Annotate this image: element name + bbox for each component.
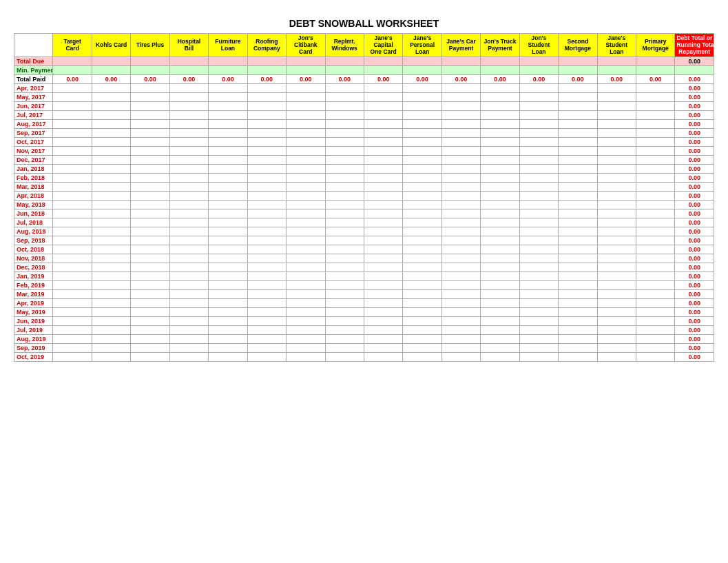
data-cell-r30-c7 xyxy=(287,352,325,361)
table-row: Aug, 20190.00 xyxy=(14,334,714,343)
data-cell-r30-c15 xyxy=(597,352,636,361)
data-cell-r14-c11 xyxy=(441,209,480,218)
date-cell-18: Oct, 2018 xyxy=(14,245,53,254)
data-cell-r11-c1 xyxy=(53,182,92,191)
data-cell-r7-c14 xyxy=(559,146,597,155)
table-row: Sep, 20190.00 xyxy=(14,343,714,352)
data-cell-r11-c9 xyxy=(364,182,402,191)
min-payment-cell-14 xyxy=(559,65,597,74)
total-due-cell-2 xyxy=(92,57,130,65)
data-cell-r8-c10 xyxy=(403,155,441,164)
data-cell-r8-c5 xyxy=(209,155,247,164)
data-cell-r8-c15 xyxy=(597,155,636,164)
data-cell-r28-c2 xyxy=(92,334,130,343)
total-due-cell-5 xyxy=(209,57,247,65)
data-cell-r13-c6 xyxy=(247,200,286,209)
data-cell-r24-c5 xyxy=(209,298,247,307)
data-cell-r23-c15 xyxy=(597,289,636,298)
total-paid-value-1: 0.00 xyxy=(53,74,92,83)
data-cell-r12-c4 xyxy=(169,191,208,200)
data-cell-r27-c16 xyxy=(636,325,675,334)
data-cell-r24-c11 xyxy=(441,298,480,307)
table-row: Jan, 20180.00 xyxy=(14,164,714,173)
data-cell-r29-c2 xyxy=(92,343,130,352)
data-cell-r25-c13 xyxy=(519,307,558,316)
data-cell-r3-c8 xyxy=(325,110,364,119)
data-cell-r3-c11 xyxy=(441,110,480,119)
data-cell-r21-c14 xyxy=(559,272,597,280)
data-cell-r22-c5 xyxy=(209,280,247,289)
data-cell-r19-c12 xyxy=(481,254,519,263)
running-total-5: 0.00 xyxy=(675,128,714,137)
data-cell-r4-c1 xyxy=(53,119,92,128)
data-cell-r10-c6 xyxy=(247,173,286,182)
total-due-cell-3 xyxy=(131,57,169,65)
data-cell-r11-c12 xyxy=(481,182,519,191)
data-cell-r0-c12 xyxy=(481,83,519,92)
data-cell-r3-c10 xyxy=(403,110,441,119)
data-cell-r13-c16 xyxy=(636,200,675,209)
table-row: Sep, 20180.00 xyxy=(14,236,714,245)
data-cell-r16-c14 xyxy=(559,227,597,236)
data-cell-r4-c7 xyxy=(287,119,325,128)
data-cell-r26-c16 xyxy=(636,316,675,325)
data-cell-r9-c7 xyxy=(287,164,325,173)
date-cell-11: Mar, 2018 xyxy=(14,182,53,191)
data-cell-r13-c1 xyxy=(53,200,92,209)
table-row: Apr, 20170.00 xyxy=(14,83,714,92)
data-cell-r19-c7 xyxy=(287,254,325,263)
data-cell-r18-c10 xyxy=(403,245,441,254)
data-cell-r8-c11 xyxy=(441,155,480,164)
data-cell-r2-c15 xyxy=(597,101,636,110)
date-cell-20: Dec, 2018 xyxy=(14,263,53,272)
data-cell-r1-c7 xyxy=(287,92,325,101)
data-cell-r22-c14 xyxy=(559,280,597,289)
data-cell-r17-c8 xyxy=(325,236,364,245)
data-cell-r30-c8 xyxy=(325,352,364,361)
table-row: Jul, 20170.00 xyxy=(14,110,714,119)
data-cell-r4-c13 xyxy=(519,119,558,128)
data-cell-r12-c14 xyxy=(559,191,597,200)
table-row: Jun, 20170.00 xyxy=(14,101,714,110)
data-cell-r30-c11 xyxy=(441,352,480,361)
data-cell-r2-c2 xyxy=(92,101,130,110)
column-header-kohls: Kohls Card xyxy=(92,34,130,57)
data-cell-r9-c10 xyxy=(403,164,441,173)
data-cell-r7-c1 xyxy=(53,146,92,155)
data-cell-r13-c12 xyxy=(481,200,519,209)
data-cell-r22-c15 xyxy=(597,280,636,289)
data-cell-r4-c5 xyxy=(209,119,247,128)
min-payment-cell-5 xyxy=(209,65,247,74)
table-row: Oct, 20170.00 xyxy=(14,137,714,146)
data-cell-r20-c12 xyxy=(481,263,519,272)
data-cell-r15-c1 xyxy=(53,218,92,227)
data-cell-r1-c12 xyxy=(481,92,519,101)
data-cell-r24-c9 xyxy=(364,298,402,307)
data-cell-r20-c14 xyxy=(559,263,597,272)
total-due-cell-7 xyxy=(287,57,325,65)
data-cell-r9-c3 xyxy=(131,164,169,173)
date-cell-15: Jul, 2018 xyxy=(14,218,53,227)
data-cell-r22-c16 xyxy=(636,280,675,289)
data-cell-r26-c1 xyxy=(53,316,92,325)
data-cell-r13-c9 xyxy=(364,200,402,209)
data-cell-r18-c16 xyxy=(636,245,675,254)
data-cell-r30-c14 xyxy=(559,352,597,361)
data-cell-r0-c15 xyxy=(597,83,636,92)
data-cell-r29-c11 xyxy=(441,343,480,352)
data-cell-r17-c14 xyxy=(559,236,597,245)
min-payment-cell-7 xyxy=(287,65,325,74)
data-cell-r28-c7 xyxy=(287,334,325,343)
data-cell-r23-c4 xyxy=(169,289,208,298)
data-cell-r24-c3 xyxy=(131,298,169,307)
running-total-6: 0.00 xyxy=(675,137,714,146)
data-cell-r15-c2 xyxy=(92,218,130,227)
data-cell-r4-c11 xyxy=(441,119,480,128)
data-cell-r8-c3 xyxy=(131,155,169,164)
data-cell-r26-c15 xyxy=(597,316,636,325)
data-cell-r19-c8 xyxy=(325,254,364,263)
data-cell-r9-c13 xyxy=(519,164,558,173)
table-row: Mar, 20190.00 xyxy=(14,289,714,298)
data-cell-r21-c16 xyxy=(636,272,675,280)
data-cell-r10-c11 xyxy=(441,173,480,182)
